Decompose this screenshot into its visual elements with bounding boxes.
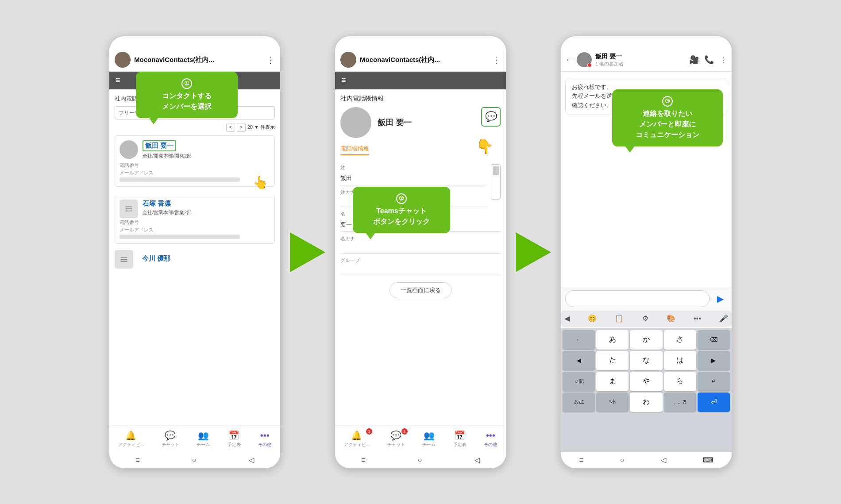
phone3-sys-menu[interactable]: ≡ [579, 456, 583, 464]
phone1-app-header: MoconaviContacts(社内... ⋮ [109, 49, 280, 72]
phone1-phone-label-iida: 電話番号 [120, 162, 270, 169]
phone3-key-ma[interactable]: ま [596, 372, 629, 391]
phone3-key-left[interactable]: ◀ [563, 351, 595, 370]
phone2-section-title: 社内電話帳情報 [340, 95, 501, 103]
phone1-nav-more[interactable]: ••• その他 [258, 431, 271, 448]
phone2-app-avatar [340, 52, 356, 68]
phone1-sys-home[interactable]: ○ [192, 456, 197, 464]
phone2-back-btn[interactable]: 一覧画面に戻る [390, 282, 451, 298]
phone1-nav-activity[interactable]: 🔔 アクティビ... [118, 430, 144, 448]
phone1-email-label-iida: メールアドレス [120, 169, 270, 176]
phone3-send-btn[interactable]: ▶ [713, 292, 727, 306]
phone1-bubble-num: ① [181, 78, 192, 89]
phone2-tab-label[interactable]: 電話帳情報 [340, 145, 369, 155]
phone3-key-wa[interactable]: わ [630, 392, 662, 412]
phone2-sys-menu[interactable]: ≡ [361, 456, 365, 464]
phone2-nav-more[interactable]: ••• その他 [484, 431, 497, 448]
phone2-nav-more-label: その他 [484, 442, 497, 448]
phone2-chat-btn[interactable]: 💬 [481, 107, 501, 127]
phone3-kb-clip-icon[interactable]: 📋 [615, 314, 624, 323]
phone3: ← 飯田 要一 1 名の参加者 🎥 📞 ⋮ お疲れ様です。 先程メールを送信しま… [560, 35, 733, 469]
phone3-key-sa[interactable]: さ [664, 330, 696, 350]
phone2-tooltip-bubble: ② Teamsチャットボタンをクリック [353, 187, 450, 233]
phone3-key-ta[interactable]: た [596, 351, 629, 370]
phone2-nav-activity-label: アクティビ... [344, 442, 370, 448]
phone3-kb-mic-icon[interactable]: 🎤 [719, 314, 728, 323]
phone2-hamburger-icon[interactable]: ≡ [341, 76, 346, 85]
phone2-nav-more-icon: ••• [486, 431, 495, 441]
phone2-nav-chat[interactable]: 💬 1 チャット [387, 430, 405, 448]
phone3-back-btn[interactable]: ← [565, 55, 573, 65]
phone1-name-imagawa[interactable]: 今川 優那 [142, 254, 170, 263]
phone3-key-ya[interactable]: や [630, 372, 662, 391]
phone2-nav-chat-label: チャット [387, 442, 405, 448]
phone1-nav-teams-icon: 👥 [198, 430, 209, 441]
phone3-kb-emoji-icon[interactable]: 😊 [588, 314, 597, 323]
phone3-key-na[interactable]: な [630, 351, 662, 370]
phone2-meikana-label: 名カナ [340, 235, 501, 242]
phone3-kb-settings-icon[interactable]: ⚙ [642, 314, 648, 323]
phone2-bubble-text: Teamsチャットボタンをクリック [373, 207, 430, 225]
phone3-sys-back[interactable]: ◁ [661, 456, 666, 464]
phone3-kb-more-icon[interactable]: ••• [694, 315, 701, 323]
phone3-key-punct[interactable]: 、。?! [664, 392, 696, 412]
phone3-more-icon[interactable]: ⋮ [719, 55, 727, 65]
phone3-key-right[interactable]: ▶ [698, 351, 730, 370]
phone3-sys-home[interactable]: ○ [620, 456, 625, 464]
phone2-more-icon[interactable]: ⋮ [492, 54, 501, 65]
phone3-kb-row2: ◀ た な は ▶ [563, 351, 730, 370]
phone3-header-actions: 🎥 📞 ⋮ [689, 55, 727, 65]
phone3-key-ka[interactable]: か [630, 330, 662, 350]
phone2-nav-activity[interactable]: 🔔 1 アクティビ... [344, 430, 370, 448]
phone3-key-hiragana[interactable]: あ a1 [563, 392, 595, 412]
phone1-status-bar [109, 36, 280, 49]
phone3-message-input[interactable] [565, 290, 710, 307]
phone1-sys-nav: ≡ ○ ◁ [109, 452, 280, 468]
phone3-video-icon[interactable]: 🎥 [689, 55, 699, 65]
phone1-contact-iida[interactable]: 飯田 要一 全社/開発本部/開発2部 電話番号 メールアドレス 👆 [115, 135, 275, 187]
phone3-status-bar [561, 36, 732, 49]
phone2-sys-home[interactable]: ○ [418, 456, 422, 464]
phone3-kb-toolbar: ◀ 😊 📋 ⚙ 🎨 ••• 🎤 [561, 311, 732, 327]
phone1-sys-back[interactable]: ◁ [249, 456, 254, 464]
phone1-nav-chat[interactable]: 💬 チャット [162, 430, 179, 448]
phone3-key-return[interactable]: ⏎ [698, 392, 730, 412]
phone1-contact-ishizuka[interactable]: 石塚 香凛 全社/営業本部/営業2部 電話番号 メールアドレス [115, 195, 275, 244]
phone2-sys-back[interactable]: ◁ [475, 456, 480, 464]
phone1-tooltip-bubble: ① コンタクトするメンバーを選択 [136, 72, 238, 118]
phone2-group-value [340, 265, 501, 275]
phone1-contact-imagawa[interactable]: 今川 優那 [115, 250, 275, 269]
phone3-key-dakuten[interactable]: °小 [596, 392, 629, 412]
phone3-chat-name: 飯田 要一 [595, 53, 624, 61]
phone2-detail-name: 飯田 要一 [378, 117, 412, 128]
phone1-nav-calendar[interactable]: 📅 予定表 [228, 430, 241, 448]
phone1-name-iida[interactable]: 飯田 要一 [143, 140, 176, 151]
phone3-kb-back-icon[interactable]: ◀ [564, 314, 570, 323]
phone1-more-icon[interactable]: ⋮ [266, 54, 275, 65]
phone3-key-ha[interactable]: は [664, 351, 696, 370]
phone2-nav-calendar[interactable]: 📅 予定表 [453, 430, 467, 448]
phone3-key-a[interactable]: あ [596, 330, 629, 350]
phone3-phone-icon[interactable]: 📞 [704, 55, 714, 65]
phone1-next-btn[interactable]: > [237, 123, 246, 132]
phone3-kb-row4: あ a1 °小 わ 、。?! ⏎ [563, 392, 730, 412]
phone3-key-ra[interactable]: ら [664, 372, 696, 391]
phone3-key-del[interactable]: ⌫ [698, 330, 730, 350]
phone3-sys-keyboard[interactable]: ⌨ [703, 456, 713, 464]
phone1-bottom-nav: 🔔 アクティビ... 💬 チャット 👥 チーム 📅 予定表 ••• その他 [109, 426, 280, 452]
phone1-nav-teams[interactable]: 👥 チーム [197, 430, 210, 448]
phone1-prev-btn[interactable]: < [226, 123, 235, 132]
phone2-nav-teams[interactable]: 👥 チーム [422, 430, 436, 448]
phone3-key-backspace[interactable]: ← [563, 330, 595, 350]
phone2-hand-cursor: 👇 [476, 138, 494, 155]
phone3-key-emoji[interactable]: ☺記 [563, 372, 595, 391]
phone2-scroll [491, 164, 501, 200]
phone1-hamburger-icon[interactable]: ≡ [116, 76, 120, 85]
phone1-name-ishizuka[interactable]: 石塚 香凛 [120, 200, 270, 208]
phone1-nav-chat-icon: 💬 [165, 430, 176, 441]
phone3-kb-palette-icon[interactable]: 🎨 [667, 314, 675, 323]
phone3-tooltip-bubble: ③ 連絡を取りたいメンバーと即座にコミュニケーション [612, 89, 723, 146]
phone3-key-enter[interactable]: ↵ [698, 372, 730, 391]
phone2-bottom-nav: 🔔 1 アクティビ... 💬 1 チャット 👥 チーム 📅 予定表 ••• その… [335, 426, 506, 452]
phone1-sys-menu[interactable]: ≡ [135, 456, 139, 464]
